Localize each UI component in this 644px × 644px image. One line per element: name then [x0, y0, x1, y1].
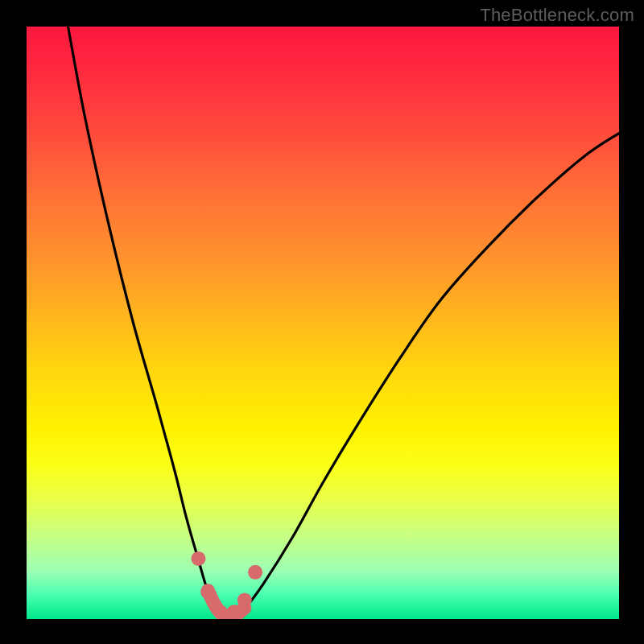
valley-highlight-dots	[191, 551, 262, 619]
bottleneck-curve-path	[68, 27, 619, 617]
valley-dot	[248, 565, 262, 580]
valley-dot	[227, 605, 242, 619]
plot-area	[27, 27, 619, 619]
valley-dot	[200, 584, 215, 599]
watermark-text: TheBottleneck.com	[480, 5, 634, 26]
valley-dot	[213, 605, 228, 619]
outer-frame: TheBottleneck.com	[0, 0, 644, 644]
valley-dot	[191, 551, 205, 566]
bottleneck-curve-svg	[27, 27, 619, 619]
valley-dot	[237, 592, 252, 607]
